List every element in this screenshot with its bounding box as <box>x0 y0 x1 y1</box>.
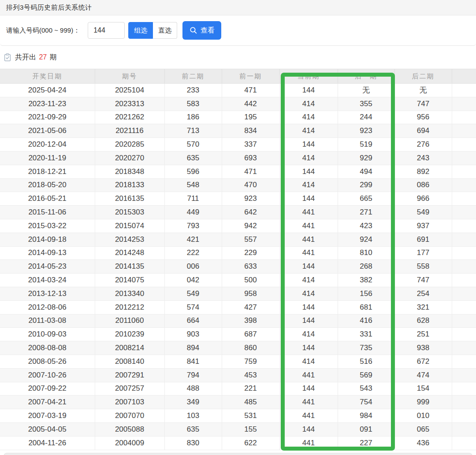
table-cell: 2018133 <box>95 178 164 192</box>
page-title: 排列3号码历史前后关系统计 <box>0 4 92 12</box>
table-cell: 569 <box>338 368 394 382</box>
table-cell: 2023313 <box>95 97 164 111</box>
table-cell-empty <box>452 382 476 396</box>
table-cell: 2018348 <box>95 165 164 178</box>
summary-count: 27 <box>38 53 48 61</box>
table-cell: 042 <box>164 274 222 287</box>
table-cell: 596 <box>164 165 222 178</box>
table-cell-empty <box>452 151 476 165</box>
table-cell: 570 <box>164 138 222 152</box>
table-cell: 144 <box>279 341 338 355</box>
table-cell: 999 <box>394 396 452 409</box>
table-cell: 583 <box>164 97 222 111</box>
table-cell-empty <box>452 178 476 192</box>
table-cell: 441 <box>279 233 338 246</box>
table-row: 2014-03-242014075042500414382747 <box>0 274 476 287</box>
table-cell-empty <box>452 84 476 97</box>
table-cell: 642 <box>222 206 279 219</box>
table-row: 2011-03-082011060664398144416628 <box>0 314 476 328</box>
table-cell: 414 <box>279 97 338 111</box>
table-cell: 349 <box>164 396 222 409</box>
table-cell: 471 <box>222 165 279 178</box>
table-cell: 010 <box>394 409 452 423</box>
table-cell: 488 <box>164 382 222 396</box>
table-cell: 144 <box>279 192 338 206</box>
table-cell: 810 <box>338 246 394 260</box>
table-cell: 2016-05-21 <box>0 192 95 206</box>
table-cell: 2011060 <box>95 314 164 328</box>
view-button-label: 查看 <box>201 26 215 35</box>
search-icon <box>190 26 197 34</box>
table-cell: 2011-03-08 <box>0 314 95 328</box>
table-cell: 144 <box>279 260 338 274</box>
direct-select-button[interactable]: 直选 <box>153 22 177 39</box>
table-cell: 2012-08-06 <box>0 300 95 314</box>
table-cell: 984 <box>338 409 394 423</box>
table-cell: 423 <box>338 219 394 233</box>
table-cell: 841 <box>164 355 222 368</box>
table-cell-empty <box>452 219 476 233</box>
table-row: 2004-11-262004009830622441227436 <box>0 436 476 450</box>
table-cell: 229 <box>222 246 279 260</box>
table-cell: 2015-11-06 <box>0 206 95 219</box>
table-cell: 519 <box>338 138 394 152</box>
table-cell: 2020270 <box>95 151 164 165</box>
table-cell: 186 <box>164 111 222 124</box>
table-cell: 672 <box>394 355 452 368</box>
clipboard-check-icon <box>4 53 11 62</box>
table-cell: 144 <box>279 422 338 436</box>
table-cell: 086 <box>394 178 452 192</box>
table-row: 2015-11-062015303449642441271549 <box>0 206 476 219</box>
table-cell: 923 <box>222 192 279 206</box>
table-cell: 2014253 <box>95 233 164 246</box>
table-cell: 154 <box>394 382 452 396</box>
table-cell: 2020285 <box>95 138 164 152</box>
group-select-button[interactable]: 组选 <box>128 22 153 39</box>
table-cell: 144 <box>279 138 338 152</box>
table-cell: 531 <box>222 409 279 423</box>
table-cell-empty <box>452 260 476 274</box>
table-cell: 2014-05-23 <box>0 260 95 274</box>
table-cell: 635 <box>164 422 222 436</box>
table-cell: 103 <box>164 409 222 423</box>
view-button[interactable]: 查看 <box>182 21 221 40</box>
table-cell: 892 <box>394 165 452 178</box>
table-cell: 251 <box>394 328 452 341</box>
table-cell: 2025-04-24 <box>0 84 95 97</box>
table-cell: 2015074 <box>95 219 164 233</box>
table-cell: 2008140 <box>95 355 164 368</box>
table-cell: 382 <box>338 274 394 287</box>
table-cell: 2014-03-24 <box>0 274 95 287</box>
table-row: 2015-03-222015074793942441423937 <box>0 219 476 233</box>
table-cell: 2015-03-22 <box>0 219 95 233</box>
table-cell: 2021262 <box>95 111 164 124</box>
col-current: 当前期 <box>279 69 338 84</box>
table-cell: 2007070 <box>95 409 164 423</box>
summary-prefix: 共开出 <box>15 53 36 61</box>
table-cell: 无 <box>394 84 452 97</box>
table-cell: 398 <box>222 314 279 328</box>
table-cell: 2005-04-05 <box>0 422 95 436</box>
table-row: 2021-09-292021262186195414244956 <box>0 111 476 124</box>
table-cell: 254 <box>394 287 452 300</box>
number-input[interactable] <box>88 22 125 39</box>
table-cell-empty <box>452 124 476 138</box>
table-row: 2013-12-132013340549958414156254 <box>0 287 476 300</box>
table-cell: 754 <box>338 396 394 409</box>
table-cell-empty <box>452 287 476 300</box>
table-cell: 966 <box>394 192 452 206</box>
table-cell: 485 <box>222 396 279 409</box>
search-panel: 请输入号码(000 ~ 999)： 组选 直选 查看 <box>0 15 476 46</box>
table-cell: 177 <box>394 246 452 260</box>
table-cell: 2014248 <box>95 246 164 260</box>
table-cell: 894 <box>164 341 222 355</box>
table-cell: 747 <box>394 274 452 287</box>
col-next1: 后一期 <box>338 69 394 84</box>
table-cell: 687 <box>222 328 279 341</box>
table-cell: 2008214 <box>95 341 164 355</box>
table-cell: 2007-03-19 <box>0 409 95 423</box>
table-row: 2014-09-182014253421557441924691 <box>0 233 476 246</box>
table-cell-empty <box>452 341 476 355</box>
table-cell: 441 <box>279 219 338 233</box>
table-header: 开奖日期 期号 前二期 前一期 当前期 后一期 后二期 <box>0 69 476 84</box>
